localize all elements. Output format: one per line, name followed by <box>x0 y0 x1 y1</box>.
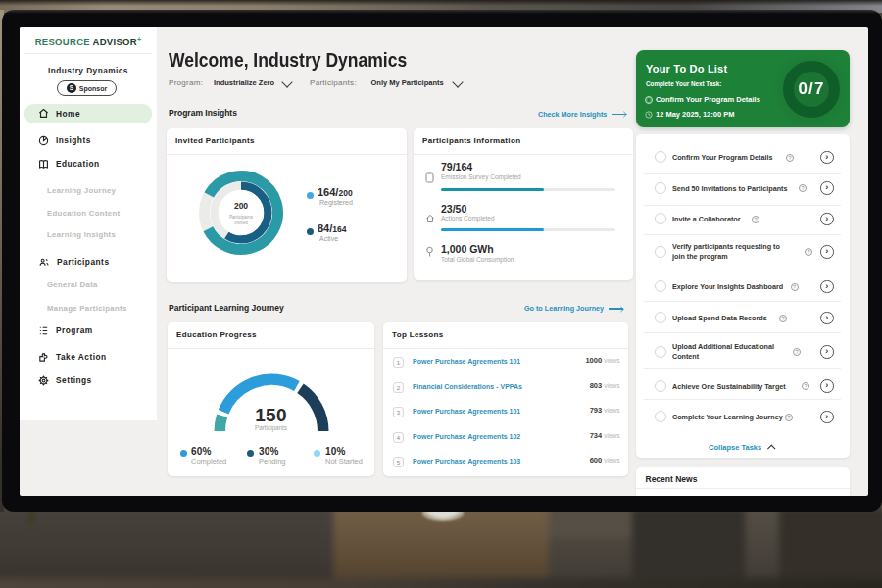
svg-text:Invited: Invited <box>234 220 248 225</box>
svg-text:200: 200 <box>234 201 248 211</box>
svg-text:Participants: Participants <box>229 215 254 220</box>
